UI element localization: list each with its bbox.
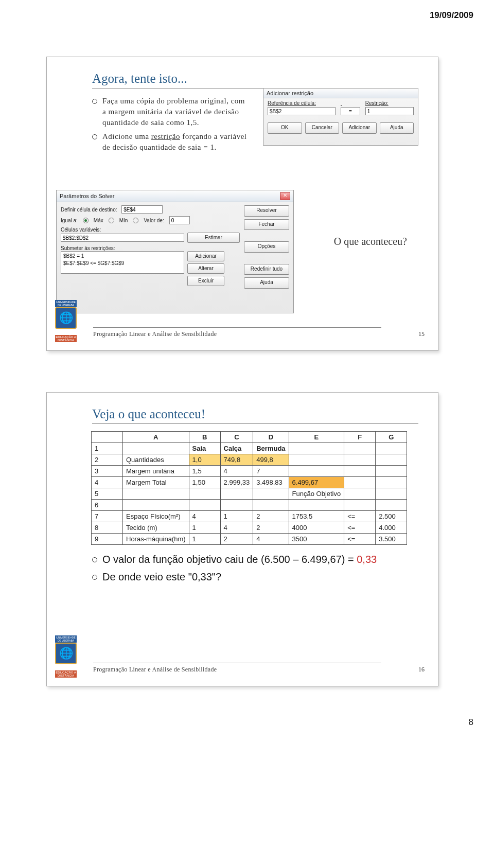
add-button[interactable]: Adicionar <box>342 122 377 134</box>
bullet-icon <box>92 557 97 562</box>
btn-fechar[interactable]: Fechar <box>244 219 289 231</box>
bullet-text: Adicione uma restrição forçando a variáv… <box>102 131 249 153</box>
table-row: 5 Função Objetivo <box>92 488 407 500</box>
btn-redefinir[interactable]: Redefinir tudo <box>244 264 289 275</box>
radio-valor[interactable] <box>133 218 138 223</box>
solver-dialog: Parâmetros do Solver ✕ Definir célula de… <box>56 190 294 313</box>
destino-label: Definir célula de destino: <box>61 207 117 212</box>
slide1-title: Agora, tente isto... <box>92 72 418 88</box>
slide1-footer: Programação Linear e Análise de Sensibil… <box>93 330 217 338</box>
slide1-page: 15 <box>418 330 425 338</box>
logo-block: UNIVERSIDADE DE UBERABA 🌐 EDUCAÇÃO A DIS… <box>55 300 77 342</box>
btn-opcoes[interactable]: Opções <box>244 241 289 253</box>
table-row: 7 Espaço Físico(m²) 4 1 2 1753,5 <= 2.50… <box>92 511 407 522</box>
btn-resolver[interactable]: Resolver <box>244 205 289 217</box>
globe-icon: 🌐 <box>55 643 77 664</box>
radio-min-label: Mín <box>119 218 128 223</box>
globe-icon: 🌐 <box>55 307 77 329</box>
table-row: 8 Tecido (m) 1 4 2 4000 <= 4.000 <box>92 522 407 534</box>
table-row: 3 Margem unitária 1,5 4 7 <box>92 466 407 477</box>
help-button[interactable]: Ajuda <box>380 122 414 134</box>
estimar-button[interactable]: Estimar <box>187 233 240 243</box>
table-header: A B C D E F G <box>92 432 407 443</box>
bullet-icon <box>92 575 97 580</box>
btn-excluir[interactable]: Excluir <box>187 276 224 286</box>
radio-min[interactable] <box>109 218 114 223</box>
op-select[interactable] <box>341 107 360 115</box>
restriction-input[interactable] <box>365 107 414 115</box>
header-date: 19/09/2009 <box>430 10 473 21</box>
slide2-page: 16 <box>418 666 425 674</box>
dialog-title: Adicionar restrição <box>263 88 418 98</box>
btn-alterar[interactable]: Alterar <box>187 263 224 274</box>
destino-input[interactable] <box>121 205 163 214</box>
cellref-label: Referência de célula: <box>268 100 336 106</box>
celvar-input[interactable] <box>61 234 184 242</box>
university-label: UNIVERSIDADE DE UBERABA <box>55 635 77 643</box>
table-row: 6 <box>92 500 407 511</box>
ead-label: EDUCAÇÃO A DISTÂNCIA <box>55 335 77 342</box>
slide-2: Veja o que aconteceu! A B C D E F G 1 Sa… <box>46 392 438 686</box>
cellref-input[interactable] <box>268 107 336 115</box>
bullet-text: De onde veio este "0,33"? <box>102 570 221 584</box>
celvar-label: Células variáveis: <box>61 227 240 233</box>
radio-max[interactable] <box>83 218 89 223</box>
logo-block: UNIVERSIDADE DE UBERABA 🌐 EDUCAÇÃO A DIS… <box>55 635 77 678</box>
slide1-question: O que aconteceu? <box>334 236 407 247</box>
btn-adicionar[interactable]: Adicionar <box>187 251 224 261</box>
slide2-bullet: De onde veio este "0,33"? <box>92 570 418 584</box>
cancel-button[interactable]: Cancelar <box>305 122 340 134</box>
bullet-text: Faça uma cópia do problema original, com… <box>102 96 249 128</box>
table-row: 1 Saia Calça Bermuda <box>92 443 407 454</box>
igual-label: Igual a: <box>61 218 78 223</box>
valor-input[interactable] <box>169 216 190 224</box>
table-row: 9 Horas-máquina(hm) 1 2 4 3500 <= 3.500 <box>92 534 407 545</box>
results-table: A B C D E F G 1 Saia Calça Bermuda <box>91 431 407 545</box>
page: 19/09/2009 Agora, tente isto... Faça uma… <box>0 0 494 738</box>
slide-1: Agora, tente isto... Faça uma cópia do p… <box>46 57 438 351</box>
bullet-text: O valor da função objetivo caiu de (6.50… <box>102 552 377 566</box>
restrictions-list[interactable]: $B$2 = 1 $E$7:$E$9 <= $G$7:$G$9 <box>61 251 184 274</box>
slide2-bullet: O valor da função objetivo caiu de (6.50… <box>92 552 418 566</box>
slide2-footer: Programação Linear e Análise de Sensibil… <box>93 666 217 674</box>
university-label: UNIVERSIDADE DE UBERABA <box>55 300 77 307</box>
solver-title: Parâmetros do Solver <box>60 193 114 199</box>
restriction-label: Restrição: <box>365 100 414 106</box>
bullet-icon <box>92 99 97 104</box>
submeter-label: Submeter às restrições: <box>61 245 240 251</box>
radio-max-label: Máx <box>94 218 103 223</box>
add-restriction-dialog: Adicionar restrição Referência de célula… <box>263 88 418 146</box>
op-label <box>341 100 360 106</box>
radio-valor-label: Valor de: <box>144 218 164 223</box>
table-row: 2 Quantidades 1,0 749,8 499,8 <box>92 454 407 466</box>
page-number: 8 <box>469 717 473 728</box>
ok-button[interactable]: OK <box>268 122 302 134</box>
table-row: 4 Margem Total 1,50 2.999,33 3.498,83 6.… <box>92 477 407 488</box>
list-item: $E$7:$E$9 <= $G$7:$G$9 <box>63 260 182 267</box>
slide2-title: Veja o que aconteceu! <box>92 407 418 424</box>
close-icon[interactable]: ✕ <box>280 192 290 200</box>
list-item: $B$2 = 1 <box>63 253 182 260</box>
btn-ajuda[interactable]: Ajuda <box>244 277 289 289</box>
ead-label: EDUCAÇÃO A DISTÂNCIA <box>55 670 77 678</box>
bullet-icon <box>92 134 97 139</box>
